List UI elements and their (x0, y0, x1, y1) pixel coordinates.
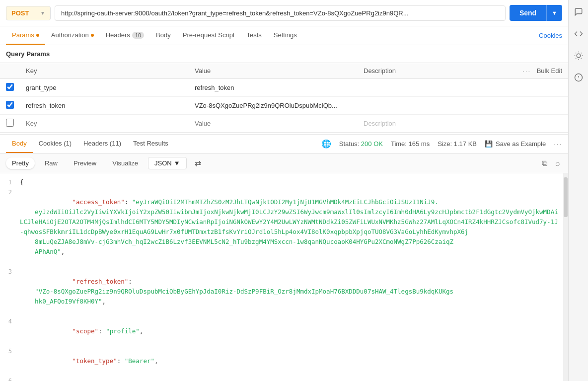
save-example-label: Save as Example (496, 140, 546, 148)
svg-line-7 (576, 58, 576, 59)
row2-checkbox[interactable] (6, 101, 14, 109)
code-line-1: 1 { (0, 177, 568, 187)
table-row (0, 97, 568, 115)
empty-key-cell (20, 115, 189, 133)
status-ok: 200 OK (361, 140, 383, 148)
url-bar: POST ▼ Send ▼ (0, 0, 568, 26)
send-dropdown-button[interactable]: ▼ (546, 5, 562, 21)
more-options-icon[interactable]: ··· (522, 67, 531, 75)
query-params-section: Query Params Key Value Description ··· B… (0, 45, 568, 133)
row2-value-cell (189, 97, 358, 115)
tab-pre-request-label: Pre-request Script (183, 31, 235, 39)
row2-key-input[interactable] (26, 102, 183, 109)
row2-checkbox-cell (0, 97, 20, 115)
method-chevron-icon: ▼ (40, 10, 45, 16)
svg-line-4 (581, 58, 581, 59)
response-more-options[interactable]: ··· (554, 140, 562, 148)
bulk-edit-button[interactable]: Bulk Edit (537, 67, 562, 75)
col-description-label: Description (364, 67, 396, 75)
sidebar-chat-icon[interactable] (573, 6, 585, 18)
col-description-header: Description (358, 63, 509, 79)
method-label: POST (11, 9, 29, 17)
row1-actions-cell (509, 79, 568, 97)
query-params-header: Query Params (0, 45, 568, 63)
code-area: 1 { 2 "access_token": "eyJraWQiOiI2MThmM… (0, 173, 568, 381)
url-input[interactable] (55, 5, 506, 21)
code-line-5: 5 "token_type": "Bearer", (0, 346, 568, 376)
tab-authorization[interactable]: Authorization (45, 26, 100, 45)
line-content-5: "token_type": "Bearer", (20, 346, 568, 376)
tab-authorization-label: Authorization (51, 31, 89, 39)
row1-key-input[interactable] (26, 84, 183, 91)
language-chevron-icon: ▼ (174, 159, 180, 167)
response-tab-cookies[interactable]: Cookies (1) (33, 135, 77, 153)
scrollbar-track (563, 173, 568, 381)
col-checkbox-header (0, 63, 20, 79)
empty-desc-placeholder: Description (364, 120, 396, 127)
tab-pre-request[interactable]: Pre-request Script (177, 26, 241, 45)
copy-button[interactable]: ⧉ (540, 157, 549, 170)
tab-params[interactable]: Params (6, 26, 45, 45)
sidebar-bulb-icon[interactable] (573, 50, 585, 62)
tab-tests-label: Tests (246, 31, 261, 39)
language-select[interactable]: JSON ▼ (148, 157, 187, 169)
row2-desc-cell (358, 97, 509, 115)
response-tab-cookies-label: Cookies (1) (39, 140, 72, 147)
row1-checkbox-cell (0, 79, 20, 97)
response-section: Body Cookies (1) Headers (11) Test Resul… (0, 133, 568, 381)
tab-headers[interactable]: Headers 10 (100, 26, 150, 45)
row1-desc-cell (358, 79, 509, 97)
response-tab-body-label: Body (12, 140, 27, 147)
response-tab-test-results-label: Test Results (133, 140, 168, 147)
send-button[interactable]: Send (510, 5, 546, 21)
table-row-empty: Description (0, 115, 568, 133)
tab-settings[interactable]: Settings (268, 26, 303, 45)
line-num-1: 1 (0, 177, 20, 187)
format-pretty-button[interactable]: Pretty (6, 157, 35, 169)
tab-body[interactable]: Body (150, 26, 177, 45)
cookies-link[interactable]: Cookies (539, 32, 562, 39)
tab-params-label: Params (12, 31, 34, 39)
col-value-header: Value (189, 63, 358, 79)
line-content-6: "expires_in": 3600 (20, 376, 568, 381)
code-line-4: 4 "scope": "profile", (0, 316, 568, 346)
sidebar-code-icon[interactable] (573, 28, 585, 40)
line-content-4: "scope": "profile", (20, 316, 568, 346)
response-tab-body[interactable]: Body (6, 135, 33, 153)
empty-value-input[interactable] (195, 120, 352, 127)
tab-tests[interactable]: Tests (240, 26, 267, 45)
sidebar-info-icon[interactable] (573, 72, 585, 83)
response-meta: 🌐 Status: 200 OK Time: 165 ms Size: 1.17… (321, 139, 562, 149)
svg-line-3 (576, 53, 576, 53)
code-container: 1 { 2 "access_token": "eyJraWQiOiI2MThmM… (0, 173, 568, 381)
code-line-3: 3 "refresh_token": "VZo-8sQXgoZuePRg2iz9… (0, 267, 568, 316)
col-actions-header: ··· Bulk Edit (509, 63, 568, 79)
empty-checkbox[interactable] (6, 119, 14, 127)
right-sidebar (568, 0, 588, 381)
search-button[interactable]: ⌕ (553, 157, 562, 170)
response-tab-headers[interactable]: Headers (11) (77, 135, 127, 153)
format-raw-button[interactable]: Raw (39, 157, 64, 169)
line-content-3: "refresh_token": "VZo-8sQXgoZuePRg2iz9n9… (20, 267, 568, 316)
headers-badge: 10 (132, 32, 144, 39)
row2-actions-cell (509, 97, 568, 115)
empty-key-input[interactable] (26, 120, 183, 127)
response-tab-test-results[interactable]: Test Results (127, 135, 174, 153)
params-dot (36, 34, 39, 37)
tab-headers-label: Headers (106, 31, 130, 39)
scrollbar-thumb[interactable] (564, 177, 568, 217)
row1-value-cell (189, 79, 358, 97)
code-actions: ⧉ ⌕ (540, 157, 562, 170)
table-row (0, 79, 568, 97)
method-select[interactable]: POST ▼ (6, 6, 51, 20)
line-num-6: 6 (0, 376, 20, 381)
code-toolbar: Pretty Raw Preview Visualize JSON ▼ ⇄ ⧉ … (0, 153, 568, 173)
wrap-button[interactable]: ⇄ (191, 156, 205, 170)
response-tabs-bar: Body Cookies (1) Headers (11) Test Resul… (0, 134, 568, 153)
row1-value-input[interactable] (195, 84, 352, 91)
save-example-button[interactable]: 💾 Save as Example (485, 140, 546, 148)
row2-value-input[interactable] (195, 102, 352, 109)
row1-checkbox[interactable] (6, 83, 14, 91)
format-preview-button[interactable]: Preview (68, 157, 102, 169)
format-visualize-button[interactable]: Visualize (106, 157, 144, 169)
